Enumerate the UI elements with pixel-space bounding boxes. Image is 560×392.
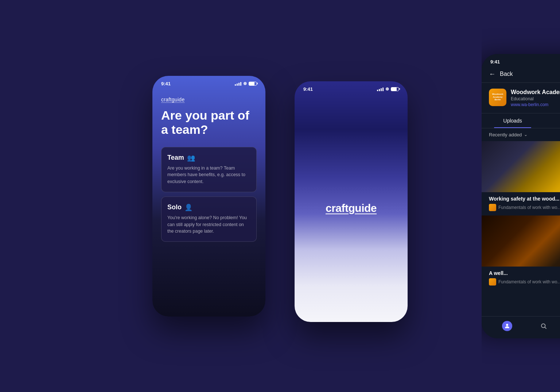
- p2-signal-bar-2: [379, 89, 380, 91]
- video-creator-row-1: Fundamentals of work with wo...: [489, 204, 560, 211]
- p2-battery-icon: [391, 87, 399, 91]
- svg-point-0: [506, 324, 508, 326]
- phone-2-signal-bars-icon: [377, 87, 384, 91]
- phone-2-time: 9:41: [303, 86, 313, 92]
- team-option-header: Team 👥: [167, 154, 250, 162]
- phone-3-container: 9:41 ← Back WoodworkAcademyBerlin Woodwo…: [482, 0, 560, 392]
- video-title-2: A well...: [489, 270, 560, 276]
- video-creator-row-2: Fundamentals of work with wo...: [489, 278, 560, 286]
- wifi-icon: ⊛: [243, 81, 247, 86]
- tabs-row: Uploads Products: [482, 113, 560, 128]
- phone-3-time: 9:41: [490, 59, 500, 65]
- video-cards-list: Working safety at the wood... Fundamenta…: [482, 141, 560, 316]
- signal-bar-4: [240, 82, 241, 86]
- filter-chevron-icon: ⌄: [524, 132, 528, 137]
- scene: 9:41 ⊛ craftguide Are you part of a team…: [0, 0, 560, 392]
- creator-avatar-text: WoodworkAcademyBerlin: [492, 93, 503, 101]
- app-logo-1: craftguide: [161, 97, 257, 102]
- signal-bar-3: [238, 83, 240, 86]
- phone-1-status-bar: 9:41 ⊛: [152, 76, 265, 89]
- svg-point-1: [541, 324, 545, 328]
- status-icons: ⊛: [235, 81, 257, 86]
- creator-info: Woodwork Academy Berlin Educational www.…: [511, 89, 560, 107]
- tab-products[interactable]: Products: [544, 113, 560, 128]
- p2-signal-bar-4: [382, 88, 384, 91]
- p2-wifi-icon: ⊛: [385, 86, 389, 92]
- solo-option-desc: You're working alone? No problem! You ca…: [167, 214, 250, 235]
- p2-signal-bar-3: [381, 88, 382, 91]
- video-card-2[interactable]: A well... Fundamentals of work with wo..…: [482, 216, 560, 289]
- creator-avatar: WoodworkAcademyBerlin: [489, 89, 506, 106]
- creator-name: Woodwork Academy Berlin: [511, 89, 560, 96]
- p2-battery-fill: [391, 88, 397, 91]
- team-icon: 👥: [187, 154, 195, 162]
- phone-2-status-bar: 9:41 ⊛: [295, 81, 408, 95]
- video-card-1[interactable]: Working safety at the wood... Fundamenta…: [482, 141, 560, 215]
- filter-row[interactable]: Recently added ⌄: [482, 128, 560, 141]
- team-option-desc: Are you working in a team? Team members …: [167, 165, 250, 185]
- profile-bottom-icon[interactable]: [502, 321, 512, 331]
- video-creator-avatar-1: [489, 204, 496, 211]
- team-option-card[interactable]: Team 👥 Are you working in a team? Team m…: [161, 147, 257, 192]
- hero-title: Are you part of a team?: [161, 108, 257, 137]
- back-label[interactable]: Back: [500, 71, 513, 77]
- creator-profile: WoodworkAcademyBerlin Woodwork Academy B…: [482, 83, 560, 113]
- splash-logo: craftguide: [326, 202, 377, 214]
- team-option-title: Team: [167, 154, 184, 162]
- video-creator-name-1: Fundamentals of work with wo...: [498, 205, 560, 210]
- p2-signal-bar-1: [377, 90, 378, 91]
- video-creator-avatar-2: [489, 278, 496, 286]
- back-arrow-icon[interactable]: ←: [489, 70, 495, 78]
- phone-3-bottom-bar: [482, 316, 560, 338]
- phone-3: 9:41 ← Back WoodworkAcademyBerlin Woodwo…: [482, 54, 560, 338]
- solo-option-header: Solo 👤: [167, 203, 250, 211]
- video-info-1: Working safety at the wood... Fundamenta…: [482, 192, 560, 215]
- filter-label: Recently added: [489, 132, 522, 137]
- solo-icon: 👤: [184, 203, 192, 211]
- creator-type: Educational: [511, 96, 560, 101]
- phone-3-header: ← Back: [482, 67, 560, 83]
- video-title-1: Working safety at the wood...: [489, 196, 560, 202]
- video-creator-name-2: Fundamentals of work with wo...: [498, 279, 560, 284]
- battery-icon: [249, 82, 257, 86]
- phone-1-content: craftguide Are you part of a team? Team …: [152, 89, 265, 317]
- phone-2-status-icons: ⊛: [377, 86, 399, 92]
- tab-uploads[interactable]: Uploads: [482, 113, 544, 128]
- signal-bar-2: [237, 84, 238, 86]
- video-thumbnail-1: [482, 141, 560, 192]
- solo-option-card[interactable]: Solo 👤 You're working alone? No problem!…: [161, 197, 257, 242]
- creator-url[interactable]: www.wa-berlin.com: [511, 102, 560, 107]
- phone-1: 9:41 ⊛ craftguide Are you part of a team…: [152, 76, 265, 317]
- solo-option-title: Solo: [167, 203, 182, 211]
- phone-2: 9:41 ⊛ craftguide: [295, 81, 408, 322]
- search-bottom-icon[interactable]: [538, 321, 549, 331]
- video-thumbnail-2: [482, 216, 560, 267]
- signal-bar-1: [235, 84, 236, 86]
- phone-3-status-bar: 9:41: [482, 54, 560, 67]
- svg-line-2: [545, 327, 546, 329]
- phone-1-time: 9:41: [161, 81, 171, 86]
- phone-2-content: craftguide: [295, 95, 408, 322]
- signal-bars-icon: [235, 81, 241, 86]
- battery-fill: [249, 82, 254, 85]
- video-info-2: A well... Fundamentals of work with wo..…: [482, 267, 560, 289]
